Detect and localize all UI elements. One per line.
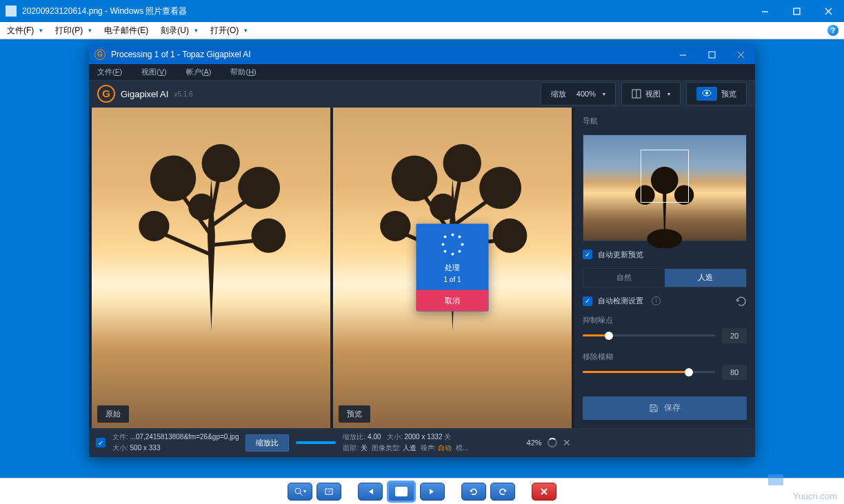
photo-viewer-titlebar: 20200923120614.png - Windows 照片查看器	[0, 0, 844, 22]
view-dropdown[interactable]: 视图	[621, 82, 681, 105]
file-checkbox[interactable]: ✓	[96, 438, 106, 447]
gigapixel-titlebar: G Processing 1 of 1 - Topaz Gigapixel AI	[89, 45, 755, 64]
app-version: v5.1.6	[174, 90, 192, 98]
processing-label: 处理	[416, 261, 489, 276]
cancel-button[interactable]: 取消	[416, 290, 489, 312]
next-button[interactable]	[420, 483, 445, 501]
remove-blur-slider[interactable]	[583, 371, 715, 373]
checkbox-checked-icon: ✓	[583, 296, 592, 306]
spinner-icon	[441, 234, 463, 256]
inner-menu-help[interactable]: 帮助(H)	[230, 67, 256, 77]
minimize-button[interactable]	[749, 0, 781, 22]
inner-maximize-button[interactable]	[697, 45, 726, 64]
slideshow-button[interactable]	[387, 481, 416, 503]
zoom-dropdown[interactable]: 缩放 400%	[541, 82, 616, 105]
nav-section-label: 导航	[583, 116, 747, 126]
mode-tabs: 自然 人造	[583, 268, 747, 288]
inner-minimize-button[interactable]	[668, 45, 697, 64]
input-size: 500 x 333	[130, 444, 161, 452]
photo-viewer-toolbar: ▾	[0, 478, 844, 504]
help-icon[interactable]: ?	[827, 25, 838, 36]
settings-panel: 导航 ✓ 自动更新预览	[574, 108, 755, 428]
svg-point-15	[492, 219, 527, 253]
eye-icon	[696, 87, 717, 101]
mode-tab-natural[interactable]: 自然	[583, 269, 665, 287]
remove-blur-value[interactable]: 80	[722, 365, 747, 380]
gigapixel-menubar: 文件(F) 视图(V) 帐户(A) 帮助(H)	[89, 64, 755, 81]
processing-modal: 处理 1 of 1 取消	[416, 224, 489, 312]
svg-point-9	[251, 219, 285, 253]
svg-point-5	[150, 155, 195, 201]
processing-count: 1 of 1	[416, 276, 489, 290]
info-icon[interactable]: i	[652, 296, 661, 305]
menu-email[interactable]: 电子邮件(E)	[104, 25, 148, 37]
gigapixel-window: G Processing 1 of 1 - Topaz Gigapixel AI…	[89, 45, 755, 457]
scale-progress	[296, 441, 336, 444]
rotate-ccw-button[interactable]	[461, 483, 486, 501]
menu-burn[interactable]: 刻录(U)	[161, 25, 198, 37]
gigapixel-logo-icon: G	[97, 85, 115, 103]
svg-point-20	[647, 229, 682, 248]
svg-point-8	[139, 211, 169, 241]
image-comparison-area: 原始 预览	[89, 108, 574, 428]
suppress-noise-label: 抑制噪点	[583, 315, 747, 325]
status-bar: ✓ 文件: ...07,2415813808&fm=26&gp=0.jpg 大小…	[89, 428, 755, 457]
plant-silhouette	[116, 123, 307, 348]
inner-close-button[interactable]	[726, 45, 755, 64]
save-button[interactable]: 保存	[583, 396, 747, 420]
output-size: 2000 x 1332	[404, 433, 442, 441]
auto-detect-checkbox[interactable]: ✓ 自动检测设置 i	[583, 296, 661, 306]
window-title: 20200923120614.png - Windows 照片查看器	[22, 6, 749, 17]
gigapixel-title: Processing 1 of 1 - Topaz Gigapixel AI	[111, 50, 668, 59]
preview-toggle-button[interactable]: 预览	[686, 82, 747, 105]
inner-menu-view[interactable]: 视图(V)	[141, 67, 167, 77]
app-name: Gigapixel AI	[121, 89, 168, 99]
suppress-noise-slider[interactable]	[583, 334, 715, 336]
zoom-button[interactable]: ▾	[288, 483, 312, 501]
watermark-logo	[768, 474, 783, 485]
grid-icon	[632, 89, 641, 99]
original-label: 原始	[97, 405, 129, 423]
inner-menu-file[interactable]: 文件(F)	[97, 67, 122, 77]
cancel-job-button[interactable]: ✕	[563, 437, 571, 448]
svg-point-21	[295, 488, 301, 494]
close-button[interactable]	[812, 0, 844, 22]
file-name: ...07,2415813808&fm=26&gp=0.jpg	[130, 433, 239, 441]
busy-icon	[547, 438, 557, 447]
svg-point-4	[705, 92, 708, 94]
menu-open[interactable]: 打开(O)	[210, 25, 248, 37]
svg-rect-0	[794, 8, 800, 14]
svg-rect-1	[709, 52, 715, 58]
photo-viewer-area: G Processing 1 of 1 - Topaz Gigapixel AI…	[0, 39, 844, 478]
checkbox-checked-icon: ✓	[583, 250, 592, 259]
preview-label: 预览	[339, 405, 370, 423]
menu-print[interactable]: 打印(P)	[55, 25, 92, 37]
watermark-text: Yuucn.com	[793, 491, 837, 501]
preview-image-panel[interactable]: 预览 处理 1 of 1 取消	[333, 108, 572, 428]
svg-rect-22	[325, 489, 332, 494]
delete-button[interactable]	[532, 483, 556, 501]
progress-percent: 42%	[527, 439, 542, 447]
svg-point-14	[380, 211, 410, 241]
refresh-icon[interactable]	[736, 296, 747, 307]
remove-blur-label: 移除模糊	[583, 352, 747, 362]
app-icon	[6, 6, 17, 17]
gigapixel-toolbar: G Gigapixel AI v5.1.6 缩放 400% 视图 预览	[89, 81, 755, 108]
menu-file[interactable]: 文件(F)	[7, 25, 43, 37]
scale-button[interactable]: 缩放比	[245, 434, 289, 452]
gigapixel-icon: G	[94, 49, 106, 60]
photo-viewer-menubar: 文件(F) 打印(P) 电子邮件(E) 刻录(U) 打开(O) ?	[0, 22, 844, 39]
nav-selection-box[interactable]	[641, 150, 690, 203]
save-icon	[649, 403, 659, 413]
inner-menu-account[interactable]: 帐户(A)	[186, 67, 212, 77]
mode-tab-artificial[interactable]: 人造	[665, 269, 746, 287]
prev-button[interactable]	[358, 483, 383, 501]
suppress-noise-value[interactable]: 20	[722, 328, 747, 343]
navigator-thumbnail[interactable]	[583, 134, 747, 241]
svg-point-11	[391, 155, 436, 201]
auto-preview-checkbox[interactable]: ✓ 自动更新预览	[583, 250, 747, 260]
rotate-cw-button[interactable]	[490, 483, 515, 501]
maximize-button[interactable]	[781, 0, 812, 22]
original-image-panel[interactable]: 原始	[92, 108, 330, 428]
fit-button[interactable]	[316, 483, 341, 501]
